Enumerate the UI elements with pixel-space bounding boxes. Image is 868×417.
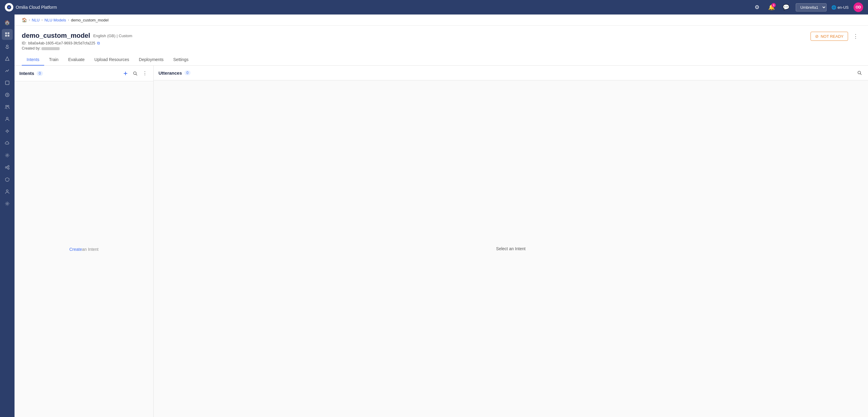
- more-intents-button[interactable]: ⋮: [141, 69, 149, 77]
- breadcrumb: 🏠 › NLU › NLU Models › demo_custom_model: [14, 14, 868, 26]
- nav-right: ⚙ 🔔 1 💬 Umbrella1 🌐 en-US OD: [752, 2, 863, 12]
- svg-rect-2: [7, 32, 9, 34]
- add-intent-button[interactable]: [122, 70, 129, 77]
- page-header-left: demo_custom_model English (GB) | Custom …: [22, 32, 132, 50]
- intents-count-badge: 0: [37, 71, 43, 76]
- nav-left: Omilia Cloud Platform: [5, 3, 57, 11]
- svg-point-15: [8, 166, 9, 167]
- tab-train[interactable]: Train: [44, 54, 63, 66]
- intents-panel-actions: ⋮: [122, 69, 149, 77]
- user-avatar[interactable]: OD: [854, 2, 863, 12]
- svg-point-20: [7, 203, 8, 205]
- svg-rect-7: [5, 81, 9, 84]
- created-by-row: Created by:: [22, 46, 132, 50]
- workspace-selector: Umbrella1: [796, 3, 827, 11]
- utterances-panel-body: Select an Intent: [154, 80, 868, 417]
- svg-rect-1: [5, 32, 7, 34]
- sidebar-item-nlu[interactable]: [2, 90, 13, 100]
- utterances-panel-title: Utterances: [158, 70, 182, 75]
- sidebar-item-canvas[interactable]: [2, 77, 13, 88]
- id-label: ID:: [22, 41, 26, 45]
- create-intent-link[interactable]: Create: [69, 247, 82, 252]
- created-by-value: [41, 47, 60, 50]
- breadcrumb-nlu-models[interactable]: NLU Models: [44, 18, 66, 22]
- id-value: b8a0a4ab-1605-41e7-9693-3fc5d7cfa225: [28, 41, 95, 45]
- page-title: demo_custom_model: [22, 32, 90, 40]
- utterances-empty-text: Select an Intent: [496, 246, 525, 251]
- sidebar-item-personas[interactable]: [2, 114, 13, 125]
- svg-point-19: [6, 190, 8, 192]
- sidebar-item-settings[interactable]: [2, 150, 13, 161]
- svg-rect-4: [7, 35, 9, 37]
- breadcrumb-sep-1: ›: [29, 18, 30, 22]
- tab-upload-resources[interactable]: Upload Resources: [90, 54, 134, 66]
- create-intent-suffix: an Intent: [82, 247, 99, 252]
- sidebar-item-home[interactable]: 🏠: [2, 17, 13, 28]
- model-id-row: ID: b8a0a4ab-1605-41e7-9693-3fc5d7cfa225…: [22, 41, 132, 46]
- warning-icon: ⊘: [815, 34, 819, 39]
- tab-settings[interactable]: Settings: [168, 54, 193, 66]
- search-intents-button[interactable]: [131, 70, 139, 77]
- notifications-button[interactable]: 🔔 1: [767, 2, 776, 12]
- breadcrumb-nlu[interactable]: NLU: [32, 18, 40, 22]
- sidebar-item-compliance[interactable]: [2, 174, 13, 185]
- sidebar-item-analytics[interactable]: [2, 65, 13, 76]
- more-options-button[interactable]: ⋮: [850, 32, 861, 41]
- search-utterances-button[interactable]: [856, 69, 863, 76]
- svg-point-16: [8, 168, 9, 170]
- tab-deployments[interactable]: Deployments: [134, 54, 168, 66]
- svg-point-14: [5, 167, 7, 168]
- page-header: demo_custom_model English (GB) | Custom …: [14, 26, 868, 50]
- sidebar: 🏠: [0, 14, 14, 417]
- sidebar-item-integrations[interactable]: [2, 162, 13, 173]
- svg-line-17: [7, 167, 8, 167]
- svg-point-5: [6, 45, 8, 47]
- tab-evaluate[interactable]: Evaluate: [63, 54, 89, 66]
- not-ready-button[interactable]: ⊘ NOT READY: [810, 32, 848, 41]
- tabs-bar: Intents Train Evaluate Upload Resources …: [14, 54, 868, 66]
- utterances-panel-actions: [856, 69, 863, 76]
- notification-badge: 1: [772, 3, 776, 7]
- logo-icon: [5, 3, 13, 11]
- sidebar-item-users[interactable]: [2, 186, 13, 197]
- svg-point-12: [6, 130, 8, 132]
- sidebar-item-admin[interactable]: [2, 198, 13, 209]
- breadcrumb-sep-3: ›: [68, 18, 69, 22]
- svg-point-13: [7, 155, 8, 156]
- utterances-count-badge: 0: [185, 70, 191, 75]
- breadcrumb-home[interactable]: 🏠: [22, 18, 27, 22]
- intents-panel: Intents 0: [14, 66, 154, 417]
- page-title-row: demo_custom_model English (GB) | Custom: [22, 32, 132, 40]
- sidebar-item-agents[interactable]: [2, 102, 13, 112]
- top-navigation: Omilia Cloud Platform ⚙ 🔔 1 💬 Umbrella1 …: [0, 0, 868, 14]
- utterances-panel: Utterances 0 Select an Intent: [154, 66, 868, 417]
- messages-button[interactable]: 💬: [781, 2, 791, 12]
- app-logo: Omilia Cloud Platform: [5, 3, 57, 11]
- sidebar-item-insights[interactable]: [2, 126, 13, 137]
- breadcrumb-current: demo_custom_model: [71, 18, 108, 22]
- sidebar-item-voice[interactable]: [2, 41, 13, 52]
- utterances-panel-header: Utterances 0: [154, 66, 868, 80]
- panels-container: Intents 0: [14, 66, 868, 417]
- svg-point-11: [6, 117, 8, 119]
- tab-intents[interactable]: Intents: [22, 54, 44, 66]
- svg-rect-3: [5, 35, 7, 37]
- workspace-dropdown[interactable]: Umbrella1: [796, 3, 827, 11]
- page-title-meta: English (GB) | Custom: [93, 34, 132, 38]
- sidebar-item-modules[interactable]: [2, 29, 13, 40]
- main-layout: 🏠: [0, 14, 868, 417]
- svg-point-9: [6, 105, 7, 107]
- sidebar-item-cloud[interactable]: [2, 138, 13, 149]
- content-area: 🏠 › NLU › NLU Models › demo_custom_model…: [14, 14, 868, 417]
- settings-icon-button[interactable]: ⚙: [752, 2, 762, 12]
- app-name: Omilia Cloud Platform: [16, 5, 57, 10]
- intents-panel-header: Intents 0: [14, 66, 153, 81]
- intents-panel-body: Create an Intent: [14, 81, 153, 417]
- page-header-right: ⊘ NOT READY ⋮: [810, 32, 861, 41]
- svg-line-18: [7, 168, 8, 168]
- intents-panel-title: Intents: [19, 71, 34, 76]
- copy-id-button[interactable]: ⧉: [97, 41, 100, 46]
- language-selector[interactable]: 🌐 en-US: [831, 5, 849, 10]
- svg-point-10: [7, 105, 9, 107]
- sidebar-item-deploy[interactable]: [2, 53, 13, 64]
